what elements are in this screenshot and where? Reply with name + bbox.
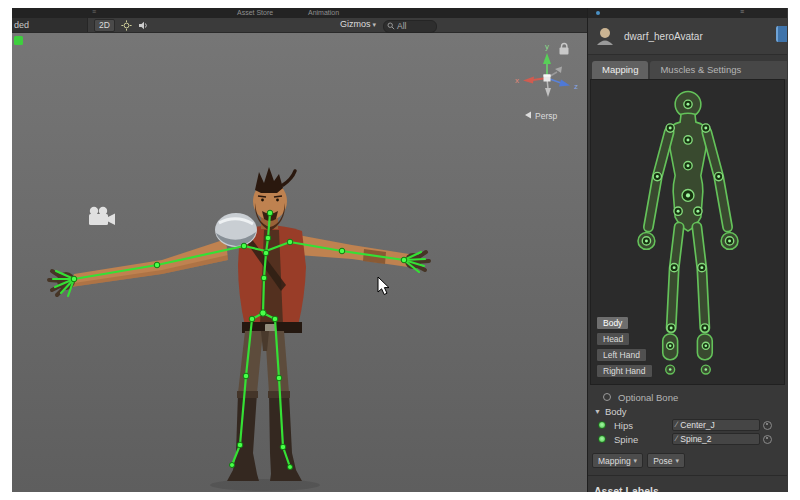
- unity-editor-window: ≡ Asset Store Animation ded 2D Gizmos: [12, 8, 788, 492]
- camera-gizmo-icon[interactable]: [89, 207, 115, 225]
- bone-row-hips: Hips ∕ Center_J: [588, 418, 787, 432]
- chevron-down-icon: [676, 455, 680, 466]
- axis-y-label: y: [545, 42, 549, 51]
- hips-object-field[interactable]: ∕ Center_J: [672, 419, 760, 431]
- avatar-config-tabs: Mapping Muscles & Settings: [588, 61, 787, 79]
- lighting-toggle-icon[interactable]: [121, 20, 132, 31]
- tab-asset-store[interactable]: Asset Store: [237, 9, 273, 16]
- part-button-right-hand[interactable]: Right Hand: [596, 364, 653, 378]
- audio-toggle-icon[interactable]: [138, 20, 149, 31]
- optional-bone-row: Optional Bone: [588, 390, 787, 404]
- scene-toolbar: ded 2D Gizmos All: [12, 18, 587, 33]
- avatar-mapping-diagram[interactable]: Body Head Left Hand Right Hand: [590, 79, 785, 385]
- object-picker-icon[interactable]: [763, 421, 772, 430]
- spine-object-field[interactable]: ∕ Spine_2: [672, 433, 760, 445]
- tab-animation[interactable]: Animation: [308, 9, 339, 16]
- tab-muscles-settings[interactable]: Muscles & Settings: [650, 61, 787, 79]
- pose-menu-button[interactable]: Pose: [647, 453, 685, 468]
- scene-search-field[interactable]: All: [383, 20, 437, 33]
- axis-z-label: z: [574, 82, 578, 91]
- optional-bone-label: Optional Bone: [618, 392, 678, 403]
- inspector-tab-icon: [596, 11, 600, 15]
- transform-icon: ∕: [676, 434, 677, 444]
- search-icon: [387, 22, 395, 30]
- help-book-icon[interactable]: [776, 26, 787, 42]
- avatar-silhouette: [638, 91, 738, 374]
- svg-text:Persp: Persp: [535, 111, 557, 121]
- part-button-left-hand[interactable]: Left Hand: [596, 348, 647, 362]
- inspector-tab-strip: ≡: [588, 8, 787, 18]
- screenshot-frame: ≡ Asset Store Animation ded 2D Gizmos: [0, 0, 800, 500]
- clipped-tab-fragment: ded: [12, 18, 88, 32]
- asset-labels-section: Asset Labels: [588, 475, 787, 492]
- avatar-bone-dots[interactable]: [642, 100, 733, 371]
- mapping-menu-button[interactable]: Mapping: [592, 453, 643, 468]
- axis-x-label: x: [515, 76, 519, 85]
- foldout-triangle-icon: ▼: [594, 408, 601, 415]
- object-picker-icon[interactable]: [763, 435, 772, 444]
- scene-viewport[interactable]: y x z Persp: [12, 33, 587, 492]
- bone-assigned-icon: [598, 421, 606, 429]
- body-foldout[interactable]: ▼ Body: [588, 404, 787, 418]
- body-part-selector: Body Head Left Hand Right Hand: [596, 316, 653, 378]
- part-button-head[interactable]: Head: [596, 332, 630, 346]
- 2d-toggle-button[interactable]: 2D: [94, 19, 115, 32]
- optional-bone-radio[interactable]: [603, 393, 611, 401]
- inspector-panel: ≡ dwarf_heroAvatar Mapping Muscles & Set…: [588, 8, 787, 492]
- mouse-cursor: [378, 277, 389, 295]
- tab-mapping[interactable]: Mapping: [592, 61, 648, 79]
- avatar-asset-icon: [594, 25, 616, 47]
- scene-badge-icon: [14, 36, 23, 45]
- transform-icon: ∕: [676, 420, 677, 430]
- asset-labels-heading: Asset Labels: [594, 485, 659, 492]
- scene-view-panel: ≡ Asset Store Animation ded 2D Gizmos: [12, 8, 588, 492]
- part-button-body[interactable]: Body: [596, 316, 629, 330]
- orientation-gizmo[interactable]: y x z: [515, 42, 578, 97]
- menu-icon[interactable]: ≡: [92, 8, 96, 15]
- inspector-header: dwarf_heroAvatar: [588, 18, 787, 55]
- persp-mode-label[interactable]: Persp: [525, 111, 557, 121]
- bone-assigned-icon: [598, 435, 606, 443]
- context-menu-icon[interactable]: ≡: [740, 8, 744, 15]
- mapping-footer: Mapping Pose: [588, 453, 787, 468]
- asset-title: dwarf_heroAvatar: [624, 31, 703, 42]
- chevron-down-icon: [634, 455, 638, 466]
- lock-icon[interactable]: [560, 43, 569, 54]
- gizmos-dropdown[interactable]: Gizmos: [340, 19, 376, 29]
- bone-row-spine: Spine ∕ Spine_2: [588, 432, 787, 446]
- chevron-down-icon: [373, 19, 377, 29]
- window-tab-strip: ≡ Asset Store Animation: [12, 8, 587, 18]
- persp-axis-icon: [525, 112, 531, 119]
